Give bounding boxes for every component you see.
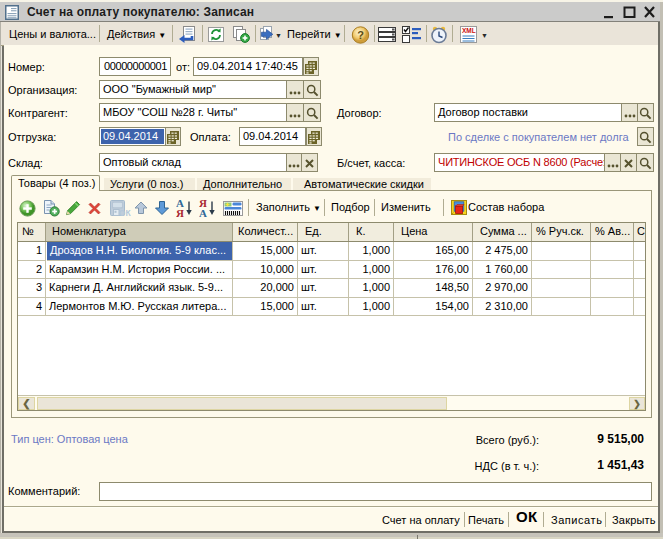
svg-text:XML: XML — [462, 27, 476, 34]
svg-text:А: А — [199, 207, 207, 218]
svg-text:Я: Я — [176, 207, 184, 218]
svg-text:?: ? — [357, 29, 364, 41]
svg-text:ОК: ОК — [119, 208, 132, 217]
